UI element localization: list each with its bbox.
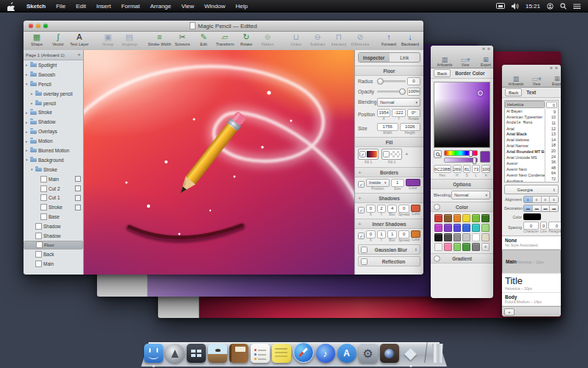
height-field[interactable]: 1026 [400, 123, 421, 131]
menu-edit[interactable]: Edit [71, 0, 91, 13]
color-swatch-3-4[interactable] [472, 243, 480, 251]
font-item-6[interactable]: Arial Hebrew [505, 137, 545, 143]
font-size-item-18[interactable]: 18 [545, 143, 558, 149]
font-size-item-14[interactable]: 14 [545, 137, 558, 143]
inner-spread-field[interactable]: 0 [398, 230, 409, 238]
shadow-blur-field[interactable]: 4 [387, 205, 397, 213]
dock-system-preferences[interactable]: ⚙ [359, 344, 378, 363]
hue-slider[interactable] [444, 150, 478, 156]
dock-finder[interactable] [144, 344, 163, 363]
color-swatch-2-2[interactable] [453, 233, 462, 241]
opacity-field[interactable]: 100% [407, 88, 420, 96]
shadow-color-chip[interactable] [411, 205, 420, 212]
decoration-strike-button[interactable]: ▬ [542, 205, 551, 211]
layer-row-swoosh[interactable]: ▸Swoosh [24, 70, 83, 79]
dock-contacts[interactable] [229, 344, 248, 363]
transform-button[interactable]: ▱Transform [215, 32, 235, 46]
menu-help[interactable]: Help [230, 0, 252, 13]
border-position-select[interactable]: Inside▾ [366, 179, 390, 187]
align-right-button[interactable]: ≡ [542, 197, 551, 202]
layer-row-overlay-pencil[interactable]: ▸overlay pencil [24, 89, 83, 99]
color-swatch-1-1[interactable] [444, 224, 452, 232]
layer-row-shadow[interactable]: Shadow [24, 222, 83, 231]
artboards-button[interactable]: ▥Artboards [434, 56, 455, 67]
layer-row-stroke[interactable]: ▸Stroke [24, 107, 83, 117]
menu-clock[interactable]: 15:21 [526, 3, 540, 10]
layer-row-overlays[interactable]: ▸Overlays [24, 127, 83, 136]
text-color-chip[interactable] [523, 213, 541, 220]
typeface-select[interactable]: Georgia⇕ [504, 185, 559, 194]
position-x-field[interactable]: 1954 [377, 109, 390, 117]
blending-select[interactable]: Normal▾ [377, 98, 420, 107]
font-item-9[interactable]: Arial Unicode MS [505, 155, 545, 160]
title-bar[interactable]: Magic Pencil — Edited [24, 21, 423, 32]
font-item-5[interactable]: Arial Black [505, 131, 545, 137]
color-swatch-1-5[interactable] [481, 224, 490, 232]
font-item-13[interactable]: Ayuthaya [505, 178, 545, 182]
dock-launchpad[interactable] [165, 344, 184, 363]
inner-blur-field[interactable]: 1 [387, 230, 397, 238]
font-size-item-10[interactable]: 10 [545, 115, 558, 121]
text-style-body[interactable]: BodyFutura Medium – 14px [502, 293, 561, 306]
saturation-field[interactable]: 81 [463, 165, 471, 173]
fill2-swatch[interactable] [390, 151, 401, 158]
export-button[interactable]: ⊞Export [476, 56, 493, 67]
layer-row-motion[interactable]: ▸Motion [24, 136, 83, 146]
dock-photo-booth[interactable] [380, 344, 399, 363]
add-inner-shadow-button[interactable]: + [358, 221, 362, 227]
brightness-slider[interactable] [444, 158, 478, 163]
layer-row-pencil[interactable]: ▾Pencil [24, 79, 83, 89]
shadow-checkbox[interactable] [358, 207, 365, 213]
menu-insert[interactable]: Insert [91, 0, 116, 13]
color-swatch-3-1[interactable] [444, 243, 452, 251]
dock-safari[interactable] [293, 342, 314, 363]
line-spacing-field[interactable]: 0 [540, 222, 547, 230]
radius-field[interactable]: 0 [407, 77, 420, 85]
layers-header[interactable]: Page 1 (Artboard 1) + [24, 50, 83, 60]
font-item-4[interactable]: Arial [505, 126, 545, 132]
font-size-field[interactable]: 0 [546, 102, 557, 108]
add-shadow-button[interactable]: + [358, 195, 362, 202]
layer-row-base[interactable]: Base [24, 212, 83, 222]
export-button[interactable]: ⊞Export [547, 75, 561, 86]
dock-trash[interactable] [431, 344, 445, 363]
color-swatch-2-3[interactable] [462, 233, 470, 241]
decoration-none-button[interactable]: ▬ [524, 205, 533, 211]
window-buttons[interactable] [482, 47, 490, 50]
color-swatch-0-3[interactable] [462, 214, 470, 222]
color-swatch-0-1[interactable] [444, 214, 452, 222]
layer-row-blurred-motion[interactable]: ▸Blurred Motion [24, 146, 83, 155]
shadow-spread-field[interactable]: 0 [398, 205, 409, 213]
font-size-item-36[interactable]: 36 [545, 159, 558, 165]
color-swatch-0-4[interactable] [472, 214, 480, 222]
font-item-10[interactable]: Avenir [505, 160, 545, 166]
eyedropper-magnifier-button[interactable] [434, 150, 442, 158]
border-color-chip[interactable] [406, 179, 420, 186]
font-size-item-11[interactable]: 11 [545, 120, 558, 126]
text-style-main[interactable]: MainHelvetica – 12px [502, 250, 561, 274]
align-left-button[interactable]: ≡ [524, 197, 533, 202]
zoom-button[interactable] [43, 24, 48, 28]
color-swatch-0-2[interactable] [453, 214, 462, 222]
menu-sketch[interactable]: Sketch [21, 0, 51, 13]
color-swatch-1-0[interactable] [434, 224, 442, 232]
font-item-12[interactable]: Avenir Next Condensed [505, 172, 545, 178]
layer-row-background[interactable]: ▾Background [24, 155, 83, 165]
canvas[interactable] [84, 50, 354, 275]
add-fill-button[interactable]: + [405, 151, 409, 158]
scissors-button[interactable]: ✂Scissors [172, 32, 193, 46]
text-layer-button[interactable]: AText Layer [69, 32, 90, 46]
fill2-checkbox[interactable] [383, 151, 390, 158]
decoration-underline-button[interactable]: ▬ [533, 205, 542, 211]
layer-row-shadow[interactable]: ▸Shadow [24, 117, 83, 127]
artboards-button[interactable]: ▥Artboards [506, 75, 526, 86]
font-item-11[interactable]: Avenir Next [505, 166, 545, 172]
font-size-item-48[interactable]: 48 [545, 165, 558, 171]
font-size-item-13[interactable]: 13 [545, 131, 558, 137]
color-swatch-1-2[interactable] [453, 224, 462, 232]
dock-preview[interactable] [208, 344, 227, 363]
paragraph-spacing-field[interactable]: 0 [548, 222, 561, 230]
decoration-outline-button[interactable]: ▬ [550, 205, 558, 211]
close-button[interactable] [29, 24, 33, 28]
fill-item-2[interactable]: Fill 2 [381, 149, 402, 164]
